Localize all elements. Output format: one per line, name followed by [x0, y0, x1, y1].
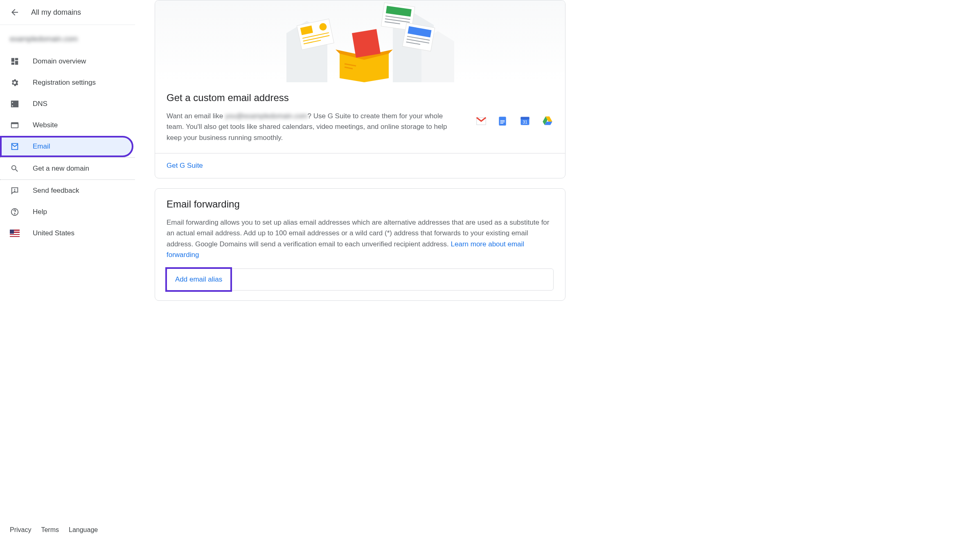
sidebar: All my domains exampledomain.com Domain …: [0, 0, 135, 541]
drive-icon: [541, 115, 554, 127]
gsuite-app-icons: 31: [475, 111, 554, 127]
help-icon: [10, 207, 20, 217]
svg-rect-38: [521, 117, 529, 119]
svg-point-7: [14, 213, 15, 214]
svg-rect-33: [499, 117, 506, 126]
nav-item-dns[interactable]: DNS: [0, 93, 133, 115]
nav-label: Registration settings: [33, 79, 96, 87]
nav-label: Help: [33, 208, 47, 216]
gsuite-title: Get a custom email address: [167, 92, 554, 104]
search-icon: [10, 164, 20, 174]
nav-item-region[interactable]: United States: [0, 223, 133, 244]
nav-item-help[interactable]: Help: [0, 201, 133, 223]
svg-point-5: [14, 191, 15, 192]
forwarding-title: Email forwarding: [167, 198, 554, 210]
nav-item-new-domain[interactable]: Get a new domain: [0, 158, 133, 179]
svg-rect-35: [500, 122, 505, 122]
nav-item-registration[interactable]: Registration settings: [0, 72, 133, 93]
nav-label: DNS: [33, 100, 47, 108]
feedback-icon: [10, 186, 20, 196]
nav-item-website[interactable]: Website: [0, 115, 133, 136]
svg-marker-16: [352, 29, 381, 58]
blurred-email-example: you@exampledomain.com: [225, 112, 308, 120]
main-content: Get a custom email address Want an email…: [135, 0, 585, 541]
footer-privacy[interactable]: Privacy: [10, 526, 31, 534]
add-email-alias-button[interactable]: Add email alias: [167, 269, 230, 290]
gsuite-footer: Get G Suite: [155, 153, 565, 178]
svg-text:31: 31: [523, 119, 527, 124]
forwarding-description: Email forwarding allows you to set up al…: [167, 217, 554, 260]
nav-item-feedback[interactable]: Send feedback: [0, 180, 133, 201]
calendar-icon: 31: [519, 115, 532, 127]
svg-rect-34: [500, 120, 505, 121]
footer-language[interactable]: Language: [69, 526, 98, 534]
back-arrow-icon[interactable]: [10, 7, 20, 17]
us-flag-icon: [10, 228, 20, 238]
domain-name: exampledomain.com: [0, 25, 135, 51]
dns-icon: [10, 99, 20, 109]
nav-list: Domain overview Registration settings DN…: [0, 51, 135, 157]
nav-item-overview[interactable]: Domain overview: [0, 51, 133, 72]
nav-label: Send feedback: [33, 187, 79, 195]
docs-icon: [497, 115, 509, 127]
email-icon: [10, 142, 20, 151]
website-icon: [10, 120, 20, 130]
nav-label: United States: [33, 229, 74, 237]
forwarding-card: Email forwarding Email forwarding allows…: [155, 188, 565, 301]
alias-row: Add email alias: [167, 268, 554, 291]
sidebar-header: All my domains: [0, 0, 135, 25]
sidebar-title[interactable]: All my domains: [31, 8, 81, 17]
nav-label: Get a new domain: [33, 165, 89, 173]
svg-rect-3: [11, 123, 18, 124]
gmail-icon: [475, 115, 487, 127]
sidebar-footer: Privacy Terms Language: [0, 519, 135, 541]
gsuite-description: Want an email like you@exampledomain.com…: [167, 111, 459, 143]
gsuite-illustration: [155, 0, 565, 82]
nav-item-email[interactable]: Email: [0, 136, 133, 157]
get-gsuite-button[interactable]: Get G Suite: [167, 162, 203, 169]
nav-label: Website: [33, 121, 58, 129]
dashboard-icon: [10, 56, 20, 66]
svg-rect-36: [500, 123, 504, 124]
gsuite-card: Get a custom email address Want an email…: [155, 0, 565, 178]
gear-icon: [10, 78, 20, 88]
nav-label: Email: [33, 142, 50, 151]
footer-terms[interactable]: Terms: [41, 526, 59, 534]
nav-label: Domain overview: [33, 57, 86, 65]
